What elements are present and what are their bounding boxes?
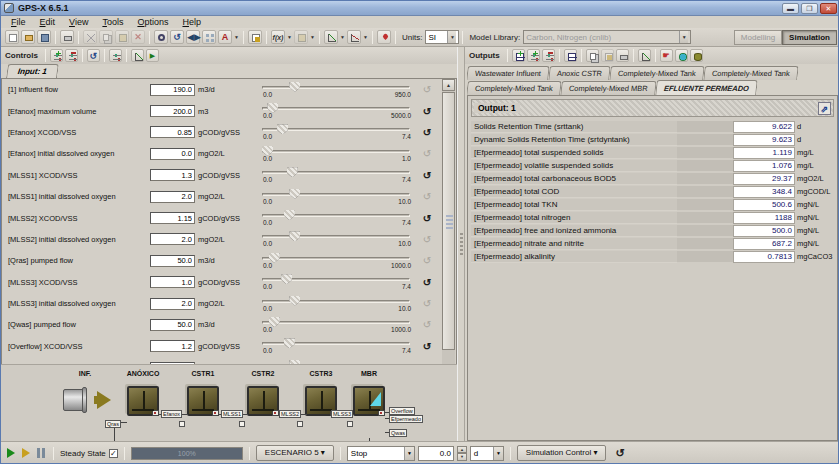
panel-splitter[interactable] [457,47,465,441]
close-button[interactable]: ✕ [820,3,837,14]
units-dropdown-icon[interactable]: ▼ [447,31,456,43]
tab-completely-mixed-mbr[interactable]: Completely-Mixed MBR [560,81,656,95]
cut-icon[interactable] [83,30,97,44]
slider-thumb-icon[interactable] [284,338,295,348]
expand-icon[interactable]: ⇗ [818,102,831,115]
control-slider[interactable]: 0.010.0 [262,295,412,313]
influent-pipe[interactable] [63,389,85,411]
control-value-input[interactable] [150,169,195,181]
slider-track[interactable] [262,235,410,238]
time-down-icon[interactable]: ▼ [457,453,467,461]
control-value-input[interactable] [150,191,195,203]
link-icon[interactable] [294,30,308,44]
stream-label-qras[interactable]: Qras [105,420,121,428]
refresh-outputs-icon[interactable] [675,49,688,62]
control-value-input[interactable] [150,298,195,310]
tab-wastewater-influent[interactable]: Wastewater Influent [467,66,550,80]
simulation-control-button[interactable]: Simulation Control ▾ [517,445,607,461]
slider-track[interactable] [262,193,410,196]
control-value-input[interactable] [150,255,195,267]
stream-label-mlss2[interactable]: MLSS2 [279,410,301,418]
graph-dropdown-icon[interactable]: ▼ [339,34,346,40]
slider-thumb-icon[interactable] [287,167,298,177]
layout-grid-icon[interactable] [202,30,216,44]
reset-control-icon[interactable]: ↺ [420,277,434,288]
slider-track[interactable] [262,321,410,324]
scroll-up-icon[interactable]: ▲ [442,79,455,91]
link-dropdown-icon[interactable]: ▼ [309,34,316,40]
reset-control-icon[interactable]: ↺ [420,213,434,224]
remove-control-icon[interactable] [65,49,78,62]
control-value-input[interactable] [150,126,195,138]
minimize-button[interactable]: ▬ [782,3,799,14]
function-icon[interactable]: f(x) [271,30,285,44]
print-output-icon[interactable] [616,49,629,62]
control-slider[interactable]: 0.01000.0 [262,252,412,270]
table-view-icon[interactable] [564,49,577,62]
define-outputs-icon[interactable] [512,49,525,62]
control-value-input[interactable] [150,319,195,331]
model-library-select[interactable]: Carbon, Nitrogen (cnlib) ▼ [523,30,691,44]
slider-thumb-icon[interactable] [281,274,292,284]
reset-control-icon[interactable]: ↺ [420,127,434,138]
print-icon[interactable] [60,30,74,44]
new-icon[interactable] [5,30,19,44]
font-color-dropdown-icon[interactable]: ▼ [233,34,240,40]
reset-control-icon[interactable]: ↺ [420,84,434,95]
run-scenario-icon[interactable]: ▶ [146,49,159,62]
locator-icon[interactable] [377,30,391,44]
slider-track[interactable] [262,86,410,89]
control-value-input[interactable] [150,340,195,352]
tank-anxico[interactable] [127,386,159,416]
reset-control-icon[interactable]: ↺ [420,191,434,202]
modelling-button[interactable]: Modelling [734,30,782,45]
stop-select[interactable]: Stop▼ [347,446,415,461]
undo-icon[interactable]: ↺ [170,30,184,44]
graph-icon[interactable] [324,30,338,44]
control-slider[interactable]: 0.05000.0 [262,102,412,120]
tab-efluente-permeado[interactable]: EFLUENTE PERMEADO [655,80,758,95]
time-unit-dropdown-icon[interactable]: ▼ [493,447,503,460]
time-up-icon[interactable]: ▲ [457,446,467,454]
slider-track[interactable] [262,300,410,303]
control-value-input[interactable] [150,233,195,245]
time-stepper[interactable]: ▲▼ [457,446,467,461]
edit-note-icon[interactable] [248,30,262,44]
reset-control-icon[interactable]: ↺ [420,255,434,266]
time-input[interactable]: 0.0 [418,446,454,461]
menu-edit[interactable]: Edit [34,17,62,27]
slider-track[interactable] [262,107,410,110]
open-icon[interactable] [21,30,35,44]
slider-track[interactable] [262,257,410,260]
add-control-icon[interactable] [50,49,63,62]
slider-thumb-icon[interactable] [284,210,295,220]
tab-anoxic-cstr[interactable]: Anoxic CSTR [548,66,610,80]
stop-dropdown-icon[interactable]: ▼ [404,447,414,460]
menu-tools[interactable]: Tools [96,17,129,27]
stream-label-qwas[interactable]: Qwas [389,429,407,437]
control-slider[interactable]: 0.0950.0 [262,81,412,99]
slider-thumb-icon[interactable] [277,124,288,134]
slider-track[interactable] [262,171,410,174]
menu-help[interactable]: Help [176,17,207,27]
stream-label-efanox[interactable]: Efanox [161,410,182,418]
slider-thumb-icon[interactable] [289,296,300,306]
save-icon[interactable] [37,30,51,44]
control-value-input[interactable] [150,148,195,160]
tab-completely-mixed-tank[interactable]: Completely-Mixed Tank [703,66,798,80]
menu-file[interactable]: File [5,17,32,27]
copy-icon[interactable] [99,30,113,44]
menu-view[interactable]: View [63,17,94,27]
control-value-input[interactable] [150,276,195,288]
tank-cstr2[interactable] [247,386,279,416]
simulation-button[interactable]: Simulation [782,30,837,45]
output-graph-icon[interactable] [638,49,651,62]
steady-state-checkbox[interactable]: ✓ [109,449,118,458]
reset-controls-icon[interactable]: ↺ [87,49,100,62]
reset-control-icon[interactable]: ↺ [420,234,434,245]
scenario-button[interactable]: ESCENARIO 5 ▾ [256,445,334,461]
reset-control-icon[interactable]: ↺ [420,298,434,309]
zoom-icon[interactable] [154,30,168,44]
analyze-icon[interactable] [131,49,144,62]
reset-control-icon[interactable]: ↺ [420,319,434,330]
